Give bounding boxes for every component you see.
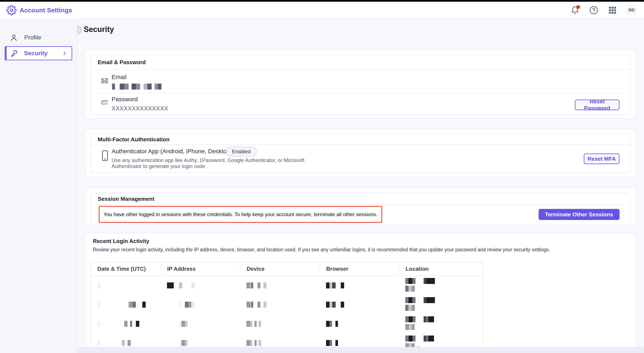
table-header-cell: Device [240, 262, 320, 275]
table-row [91, 295, 483, 314]
smartphone-icon [101, 150, 108, 161]
redacted-cell [240, 276, 320, 295]
redacted-cell [161, 314, 241, 333]
apps-grid-button[interactable] [608, 6, 617, 15]
password-row: Password XXXXXXXXXXXXXX Reset Password [91, 93, 630, 115]
app-title: Account Settings [20, 7, 72, 14]
redacted-cell [320, 295, 400, 314]
recent-login-activity-card: Recent Login Activity Review your recent… [85, 233, 636, 353]
window-top-strip [0, 0, 644, 2]
key-icon [10, 49, 18, 57]
table-row [91, 314, 483, 333]
mfa-description: Use any authentication app like Authy, 1… [112, 157, 324, 169]
notification-dot [576, 5, 580, 9]
table-row [91, 276, 483, 295]
user-icon [10, 34, 18, 42]
password-label: Password [112, 96, 138, 103]
help-button[interactable] [589, 6, 598, 15]
section-title: Session Management [98, 196, 154, 202]
session-warning-text: You have other logged in sessions with t… [104, 211, 377, 217]
status-badge: Enabled [226, 147, 256, 156]
sidebar-item-label: Profile [24, 34, 41, 41]
envelope-icon [101, 77, 108, 84]
password-mask: XXXXXXXXXXXXXX [112, 105, 168, 112]
email-password-header: Email & Password [91, 55, 630, 70]
page-title: Security [84, 25, 114, 34]
section-title: Recent Login Activity [93, 238, 149, 244]
gear-logo-icon [6, 5, 16, 15]
redacted-cell [161, 276, 241, 295]
brand: Account Settings [6, 5, 72, 15]
email-password-card: Email & Password Email [85, 50, 636, 119]
mfa-card: Multi-Factor Authentication Authenticato… [85, 129, 636, 177]
notifications-button[interactable] [570, 6, 580, 15]
main-content: Security Email & Password Email [78, 20, 644, 353]
bottom-scrollbar-strip[interactable] [78, 347, 644, 353]
section-title: Email & Password [98, 59, 146, 66]
terminate-sessions-button[interactable]: Terminate Other Sessions [538, 209, 620, 220]
redacted-email-value [112, 84, 162, 90]
sidebar-item-security[interactable]: Security [5, 46, 72, 60]
table-header-cell: Browser [320, 262, 400, 275]
session-header: Session Management [91, 193, 630, 205]
session-warning-box: You have other logged in sessions with t… [98, 206, 382, 223]
sidebar-item-label: Security [24, 50, 48, 57]
redacted-cell [240, 295, 320, 314]
redacted-location-cell [399, 314, 483, 333]
mfa-header: Multi-Factor Authentication [91, 134, 630, 145]
table-header-cell: Date & Time (UTC) [91, 262, 161, 275]
redacted-cell [320, 276, 400, 295]
redacted-cell [91, 314, 161, 333]
mfa-row-title: Authenticator App (Android, iPhone, Desk… [112, 148, 232, 155]
table-header-row: Date & Time (UTC)IP AddressDeviceBrowser… [91, 262, 483, 276]
redacted-cell [161, 295, 241, 314]
reset-password-button[interactable]: Reset Password [575, 100, 620, 110]
redacted-location-cell [399, 276, 483, 295]
help-icon [589, 6, 598, 15]
reset-mfa-button[interactable]: Reset MFA [584, 153, 620, 164]
sidebar-item-profile[interactable]: Profile [5, 31, 72, 44]
table-header-cell: IP Address [161, 262, 241, 275]
redacted-cell [240, 314, 320, 333]
table-header-cell: Location [399, 262, 483, 275]
password-keyboard-icon [101, 99, 108, 107]
session-management-card: Session Management You have other logged… [85, 188, 636, 227]
redacted-location-cell [399, 295, 483, 314]
email-row: Email [91, 70, 630, 93]
login-activity-table: Date & Time (UTC)IP AddressDeviceBrowser… [91, 262, 484, 353]
avatar[interactable]: RD [626, 5, 637, 15]
activity-description: Review your recent login activity, inclu… [93, 247, 550, 253]
section-title: Multi-Factor Authentication [98, 136, 170, 143]
app-bar: Account Settings [0, 2, 644, 19]
redacted-cell [91, 295, 161, 314]
redacted-cell [91, 276, 161, 295]
chevron-right-icon [62, 51, 67, 56]
email-label: Email [112, 74, 126, 81]
apps-grid-icon [609, 7, 616, 14]
sidebar: Profile Security [0, 20, 77, 353]
redacted-cell [320, 314, 400, 333]
